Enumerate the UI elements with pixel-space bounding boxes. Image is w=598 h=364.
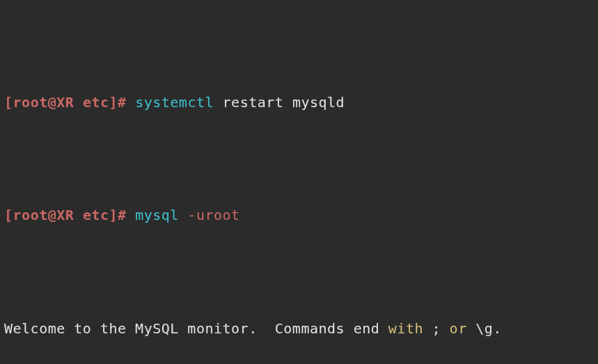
terminal-output[interactable]: [root@XR etc]# systemctl restart mysqld … <box>0 0 598 364</box>
cmd-mysql-flag: -u <box>179 207 205 223</box>
mysql-banner-line-1: Welcome to the MySQL monitor. Commands e… <box>4 317 598 340</box>
txt: ; <box>423 320 450 337</box>
prompt-bracket-open: [ <box>4 94 13 111</box>
shell-command-line-1: [root@XR etc]# systemctl restart mysqld <box>4 92 598 113</box>
prompt-bracket-close: ] <box>109 94 118 111</box>
sp <box>127 207 136 223</box>
txt: \g. <box>467 320 502 337</box>
prompt-user-host: root@XR <box>13 207 74 223</box>
prompt-hash: # <box>118 94 127 111</box>
shell-command-line-2: [root@XR etc]# mysql -uroot <box>4 205 598 225</box>
txt: Welcome to the MySQL monitor. Commands e… <box>4 320 388 337</box>
prompt-path: etc <box>74 94 109 111</box>
prompt-path: etc <box>74 207 109 223</box>
cmd-systemctl-args: restart mysqld <box>214 94 345 111</box>
kw-with: with <box>388 320 423 337</box>
prompt-bracket-close: ] <box>109 207 118 223</box>
prompt-bracket-open: [ <box>4 207 13 223</box>
cmd-mysql: mysql <box>135 207 179 223</box>
prompt-hash: # <box>118 207 127 223</box>
kw-or: or <box>450 320 467 337</box>
cmd-mysql-arg: root <box>205 207 240 223</box>
cmd-systemctl: systemctl <box>135 94 214 111</box>
prompt-user-host: root@XR <box>13 94 74 111</box>
sp <box>127 94 136 111</box>
